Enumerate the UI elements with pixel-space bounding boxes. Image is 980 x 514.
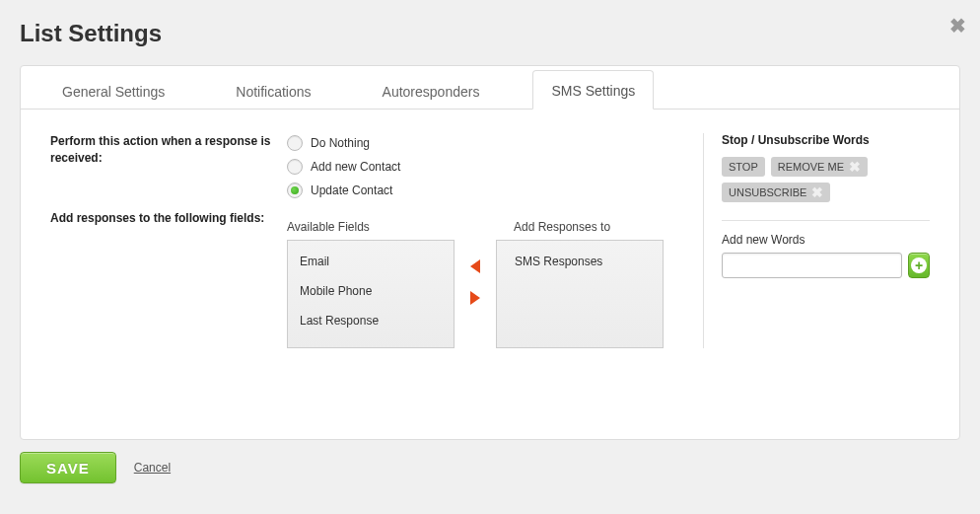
list-item[interactable]: Last Response	[288, 306, 454, 335]
unsubscribe-tags: STOP REMOVE ME ✖ UNSUBSCRIBE ✖	[722, 157, 930, 202]
page-title: List Settings	[20, 20, 162, 47]
add-new-words-label: Add new Words	[722, 233, 930, 247]
radio-icon	[287, 135, 303, 151]
list-item[interactable]: Email	[288, 247, 454, 276]
tag-text: STOP	[729, 161, 758, 173]
remove-tag-icon[interactable]: ✖	[811, 187, 823, 197]
response-action-radio-group: Do Nothing Add new Contact Update Contac…	[287, 131, 693, 202]
add-responses-title: Add Responses to	[496, 220, 664, 234]
add-responses-listbox[interactable]: SMS Responses	[496, 240, 664, 348]
available-fields-title: Available Fields	[287, 220, 455, 234]
radio-icon	[287, 159, 303, 175]
available-fields-listbox[interactable]: Email Mobile Phone Last Response	[287, 240, 455, 348]
radio-label: Do Nothing	[311, 136, 370, 150]
unsubscribe-words-title: Stop / Unsubscribe Words	[722, 133, 930, 147]
radio-label: Add new Contact	[311, 160, 400, 174]
plus-icon: +	[911, 257, 927, 273]
tag-text: REMOVE ME	[778, 161, 844, 173]
radio-update-contact[interactable]: Update Contact	[287, 179, 693, 202]
tab-notifications[interactable]: Notifications	[218, 72, 328, 110]
radio-add-new-contact[interactable]: Add new Contact	[287, 155, 693, 179]
close-icon[interactable]: ✖	[949, 14, 966, 37]
divider	[722, 220, 930, 221]
tag-stop: STOP	[722, 157, 765, 177]
save-button[interactable]: SAVE	[20, 452, 116, 483]
radio-label: Update Contact	[311, 184, 392, 197]
radio-icon	[287, 183, 303, 198]
action-label: Perform this action when a response is r…	[50, 133, 287, 210]
move-left-icon[interactable]	[470, 259, 480, 273]
fields-label: Add responses to the following fields:	[50, 210, 287, 227]
tab-bar: General Settings Notifications Autorespo…	[21, 66, 959, 110]
tab-sms-settings[interactable]: SMS Settings	[532, 70, 654, 110]
tab-general-settings[interactable]: General Settings	[44, 72, 182, 110]
tab-autoresponders[interactable]: Autoresponders	[365, 72, 498, 110]
settings-panel: General Settings Notifications Autorespo…	[20, 65, 960, 440]
move-right-icon[interactable]	[470, 291, 480, 305]
list-item[interactable]: SMS Responses	[497, 247, 663, 276]
tag-remove-me: REMOVE ME ✖	[771, 157, 868, 177]
tag-text: UNSUBSCRIBE	[729, 186, 806, 198]
add-word-input[interactable]	[722, 253, 902, 278]
cancel-link[interactable]: Cancel	[134, 461, 171, 475]
radio-do-nothing[interactable]: Do Nothing	[287, 131, 693, 155]
tag-unsubscribe: UNSUBSCRIBE ✖	[722, 183, 830, 202]
remove-tag-icon[interactable]: ✖	[849, 162, 861, 172]
add-word-button[interactable]: +	[908, 253, 930, 278]
list-item[interactable]: Mobile Phone	[288, 276, 454, 306]
